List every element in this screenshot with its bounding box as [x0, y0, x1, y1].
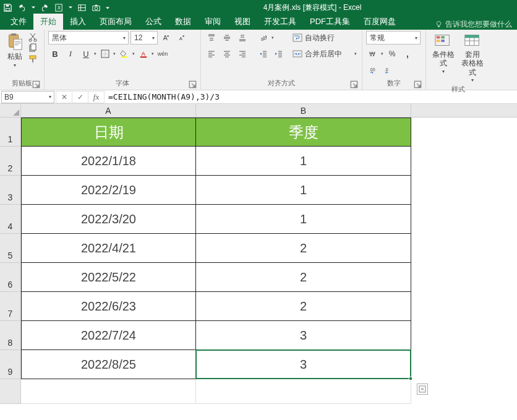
autofill-options-icon[interactable] [417, 384, 428, 395]
cell[interactable]: 1 [196, 176, 411, 205]
cell[interactable]: 2022/5/22 [21, 263, 196, 292]
chevron-down-icon[interactable]: ▾ [381, 51, 383, 56]
format-painter-icon[interactable] [28, 54, 38, 64]
underline-button[interactable]: U [79, 47, 93, 61]
tab-data[interactable]: 数据 [168, 14, 198, 30]
row-header[interactable] [0, 379, 21, 404]
row-header[interactable]: 2 [0, 147, 21, 176]
cell[interactable]: 2022/8/25 [21, 350, 196, 379]
dialog-launcher-icon[interactable] [32, 80, 40, 88]
cell[interactable]: 2 [196, 263, 411, 292]
column-header[interactable]: B [196, 104, 411, 118]
dialog-launcher-icon[interactable] [414, 80, 422, 88]
italic-button[interactable]: I [64, 47, 77, 61]
tab-view[interactable]: 视图 [228, 14, 257, 30]
bold-button[interactable]: B [48, 47, 62, 61]
cut-icon[interactable] [28, 32, 38, 42]
align-left-icon[interactable] [205, 47, 218, 61]
borders-button[interactable] [98, 47, 112, 61]
increase-indent-icon[interactable] [272, 47, 286, 61]
tab-page-layout[interactable]: 页面布局 [93, 14, 139, 30]
tab-developer[interactable]: 开发工具 [257, 14, 303, 30]
paste-button[interactable]: 粘贴 ▾ [4, 31, 26, 69]
camera-icon[interactable] [91, 2, 101, 13]
cell[interactable]: 3 [196, 321, 411, 350]
align-bottom-icon[interactable] [236, 31, 249, 45]
undo-icon[interactable] [17, 2, 27, 13]
decrease-decimal-icon[interactable]: .0 [382, 63, 395, 77]
format-as-table-button[interactable]: 套用 表格格式▾ [459, 31, 486, 84]
tab-home[interactable]: 开始 [33, 14, 63, 30]
cancel-formula-icon[interactable]: ✕ [56, 91, 72, 103]
shrink-font-icon[interactable]: A [175, 31, 189, 45]
dialog-launcher-icon[interactable] [350, 80, 358, 88]
number-format-combo[interactable]: 常规▾ [366, 31, 421, 45]
redo-icon[interactable] [40, 2, 50, 13]
align-middle-icon[interactable] [220, 31, 234, 45]
column-header[interactable] [411, 104, 517, 118]
row-header[interactable]: 7 [0, 292, 21, 321]
dialog-launcher-icon[interactable] [189, 80, 197, 88]
cell[interactable] [21, 379, 196, 404]
open-icon[interactable] [77, 2, 87, 13]
ruby-button[interactable]: wén [156, 47, 169, 61]
tab-insert[interactable]: 插入 [63, 14, 93, 30]
chevron-down-icon[interactable]: ▾ [113, 51, 116, 56]
cell[interactable]: 2022/1/18 [21, 147, 196, 176]
comma-style-icon[interactable]: , [401, 47, 414, 61]
cell[interactable]: 2022/7/24 [21, 321, 196, 350]
tab-file[interactable]: 文件 [4, 14, 33, 30]
cell[interactable]: 日期 [21, 118, 196, 147]
tab-pdf[interactable]: PDF工具集 [303, 14, 357, 30]
decrease-indent-icon[interactable] [257, 47, 270, 61]
cell[interactable]: 2022/3/20 [21, 205, 196, 234]
undo-dropdown-icon[interactable] [31, 2, 36, 13]
row-header[interactable]: 6 [0, 263, 21, 292]
chevron-down-icon[interactable]: ▾ [271, 35, 274, 40]
save-icon[interactable] [2, 2, 13, 13]
column-header[interactable]: A [21, 104, 196, 118]
row-header[interactable]: 3 [0, 176, 21, 205]
cell[interactable]: 2 [196, 234, 411, 263]
row-header[interactable]: 9 [0, 350, 21, 379]
merge-center-button[interactable]: 合并后居中 ▾ [291, 47, 358, 61]
cell[interactable] [196, 379, 411, 404]
row-header[interactable]: 5 [0, 234, 21, 263]
wrap-text-button[interactable]: 自动换行 [291, 31, 358, 45]
font-size-combo[interactable]: 12▾ [130, 31, 158, 45]
conditional-formatting-button[interactable]: 条件格式▾ [430, 31, 457, 74]
chevron-down-icon[interactable]: ▾ [132, 51, 135, 56]
new-icon[interactable] [54, 2, 64, 13]
row-header[interactable]: 1 [0, 118, 21, 147]
align-right-icon[interactable] [236, 47, 249, 61]
tab-baidu[interactable]: 百度网盘 [357, 14, 403, 30]
cell[interactable]: 2 [196, 292, 411, 321]
tab-review[interactable]: 审阅 [198, 14, 228, 30]
spreadsheet-grid[interactable]: 1 2 3 4 5 6 7 8 9 A B 日期 季度 2022/1/18 1 … [0, 104, 517, 404]
row-header[interactable]: 4 [0, 205, 21, 234]
name-box[interactable]: B9▾ [1, 91, 54, 103]
cell[interactable]: 2022/4/21 [21, 234, 196, 263]
percent-style-icon[interactable]: % [385, 47, 399, 61]
font-color-button[interactable]: A [137, 47, 150, 61]
enter-formula-icon[interactable]: ✓ [72, 91, 88, 103]
cell[interactable]: 1 [196, 205, 411, 234]
grow-font-icon[interactable]: A [160, 31, 173, 45]
chevron-down-icon[interactable]: ▾ [94, 51, 96, 56]
increase-decimal-icon[interactable]: .00 [366, 63, 380, 77]
chevron-down-icon[interactable]: ▾ [152, 51, 154, 56]
cell[interactable]: 季度 [196, 118, 411, 147]
insert-function-icon[interactable]: fx [88, 91, 104, 103]
fill-color-button[interactable] [118, 47, 131, 61]
accounting-format-icon[interactable]: ₩ [366, 47, 380, 61]
copy-icon[interactable] [28, 43, 38, 53]
qat-dropdown-icon[interactable] [68, 2, 73, 13]
tab-formulas[interactable]: 公式 [139, 14, 168, 30]
cell[interactable]: 3 [196, 350, 411, 379]
select-all-button[interactable] [0, 104, 21, 118]
qat-customize-icon[interactable] [105, 2, 110, 13]
align-center-icon[interactable] [220, 47, 234, 61]
row-header[interactable]: 8 [0, 321, 21, 350]
tell-me-search[interactable]: 告诉我您想要做什么 [435, 19, 517, 30]
font-name-combo[interactable]: 黑体▾ [48, 31, 129, 45]
